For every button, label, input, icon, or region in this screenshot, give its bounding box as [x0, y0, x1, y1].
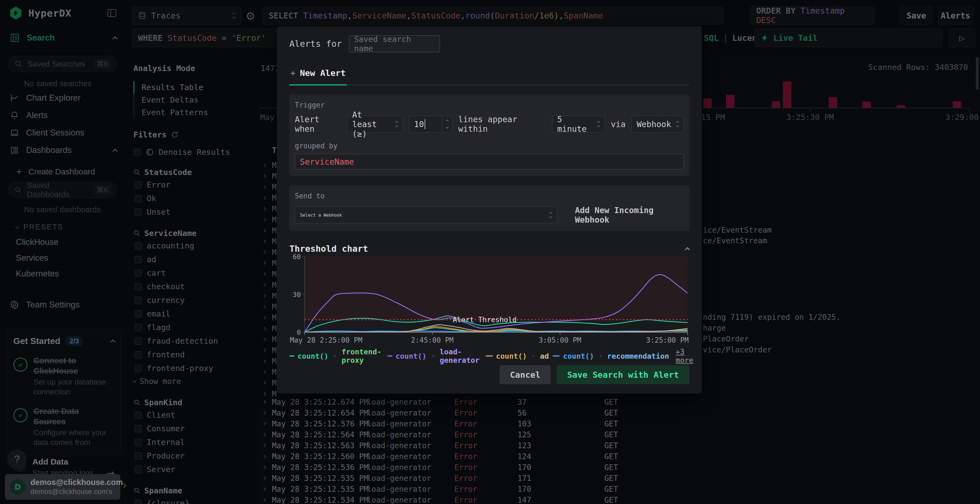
legend-series-name: frontend-proxy — [342, 348, 384, 364]
threshold-value: 10 — [414, 119, 424, 129]
svg-text:2:45:00 PM: 2:45:00 PM — [411, 336, 454, 344]
grouped-by-label: grouped by — [295, 142, 684, 150]
alert-modal: Alerts for Saved search name + New Alert… — [277, 26, 702, 394]
legend-series-name: load-generator — [440, 348, 482, 364]
via-text: via — [611, 119, 625, 129]
legend-swatch — [290, 355, 294, 356]
legend-separator: · — [431, 352, 435, 360]
svg-text:30: 30 — [293, 291, 301, 299]
legend-item[interactable]: count()·frontend-proxy — [290, 348, 383, 364]
svg-text:3:25:00 PM: 3:25:00 PM — [646, 336, 689, 344]
hyperdx-app: HyperDX Search Saved Searches ⌘K No save… — [0, 0, 980, 504]
webhook-select[interactable]: Select a Webhook — [295, 207, 557, 223]
number-spinner[interactable] — [442, 116, 452, 132]
legend-metric-label: count() — [396, 352, 426, 360]
legend-item[interactable]: count()·ad — [486, 352, 549, 360]
legend-series-name: ad — [540, 352, 549, 360]
threshold-value-input[interactable]: 10 — [409, 116, 452, 132]
legend-metric-label: count() — [298, 352, 329, 360]
legend-swatch — [486, 355, 493, 356]
trigger-label: Trigger — [295, 101, 684, 109]
comparator-select[interactable]: At least (≥) — [347, 116, 403, 132]
send-to-label: Send to — [295, 192, 684, 200]
collapse-chart-chevron-icon[interactable] — [685, 247, 690, 252]
tab-label: New Alert — [300, 68, 346, 78]
save-search-with-alert-button[interactable]: Save Search with Alert — [557, 365, 689, 384]
select-chevrons-icon — [598, 121, 600, 127]
comparator-value: At least (≥) — [352, 110, 390, 138]
send-to-section: Send to Select a Webhook Add New Incomin… — [290, 185, 689, 231]
alert-tabs: + New Alert — [290, 68, 689, 85]
channel-value: Webhook — [637, 119, 671, 129]
svg-text:60: 60 — [293, 254, 301, 261]
legend-swatch — [553, 355, 560, 356]
chart-legend: count()·frontend-proxycount()·load-gener… — [290, 348, 689, 364]
legend-more-button[interactable]: +3 more — [676, 348, 694, 364]
select-chevrons-icon — [396, 121, 398, 127]
cancel-button[interactable]: Cancel — [500, 365, 551, 384]
add-webhook-button[interactable]: Add New Incoming Webhook — [575, 205, 684, 224]
legend-separator: · — [598, 352, 603, 360]
legend-item[interactable]: count()·load-generator — [387, 348, 482, 364]
time-window-value: 5 minute — [557, 114, 592, 134]
legend-separator: · — [531, 352, 536, 360]
plus-icon: + — [290, 68, 296, 78]
legend-swatch — [387, 355, 392, 356]
legend-series-name: recommendation — [607, 352, 669, 360]
legend-separator: · — [332, 352, 337, 360]
alert-when-text: Alert when — [295, 114, 341, 134]
trigger-section: Trigger Alert when At least (≥) 10 lines… — [290, 94, 689, 176]
svg-text:0: 0 — [297, 329, 301, 336]
channel-select[interactable]: Webhook — [632, 116, 684, 132]
threshold-chart-title: Threshold chart — [290, 243, 368, 254]
threshold-chart-svg: 03060Alert ThresholdMay 28 2:25:00 PM2:4… — [290, 254, 689, 344]
modal-title: Alerts for — [290, 39, 342, 49]
lines-within-text: lines appear within — [458, 114, 546, 134]
time-window-select[interactable]: 5 minute — [552, 116, 605, 132]
legend-item[interactable]: count()·recommendation — [553, 352, 669, 360]
legend-metric-label: count() — [563, 352, 594, 360]
text-caret — [425, 119, 425, 129]
svg-text:3:05:00 PM: 3:05:00 PM — [539, 336, 581, 344]
grouped-by-input[interactable]: ServiceName — [295, 154, 684, 170]
svg-text:May 28 2:25:00 PM: May 28 2:25:00 PM — [290, 336, 362, 344]
tab-new-alert[interactable]: + New Alert — [290, 68, 347, 86]
legend-metric-label: count() — [496, 352, 527, 360]
select-chevrons-icon — [550, 212, 552, 218]
select-chevrons-icon — [676, 121, 679, 127]
svg-text:Alert Threshold: Alert Threshold — [453, 316, 517, 324]
threshold-chart: 03060Alert ThresholdMay 28 2:25:00 PM2:4… — [290, 254, 689, 345]
saved-search-name-input[interactable]: Saved search name — [349, 35, 440, 52]
webhook-select-value: Select a Webhook — [300, 213, 342, 218]
